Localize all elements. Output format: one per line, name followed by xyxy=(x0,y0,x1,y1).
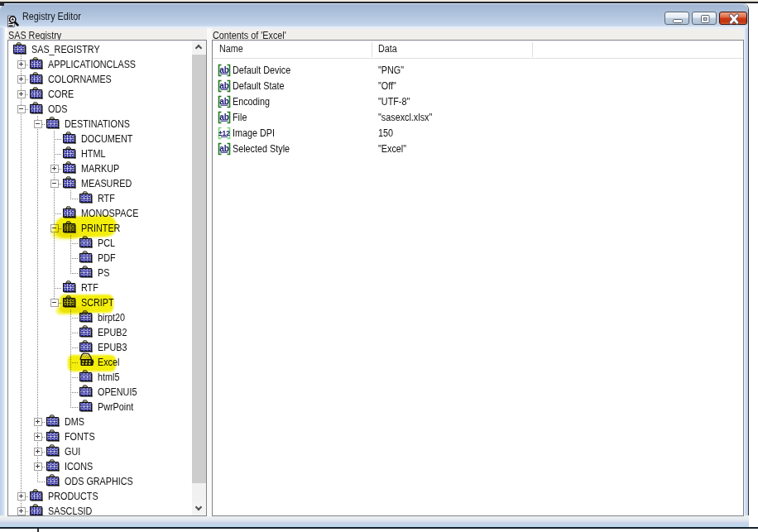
svg-text:ab: ab xyxy=(219,80,229,89)
svg-text:±12: ±12 xyxy=(218,128,230,137)
svg-text:ab: ab xyxy=(219,112,229,121)
svg-text:ab: ab xyxy=(219,96,229,105)
svg-text:ab: ab xyxy=(219,143,229,152)
svg-text:ab: ab xyxy=(219,65,229,74)
